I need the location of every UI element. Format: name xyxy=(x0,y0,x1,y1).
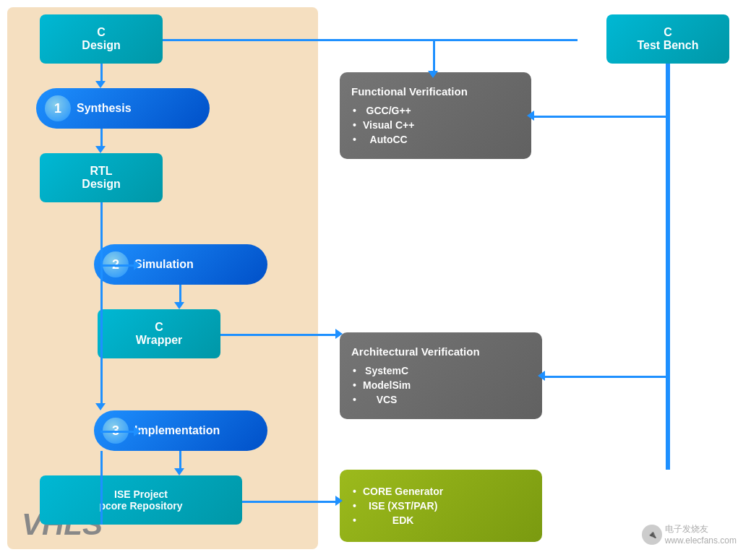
core-generator-box: CORE Generator ISE (XST/PAR) EDK xyxy=(340,470,542,542)
arrowhead-top-fv xyxy=(428,71,438,78)
arrow-top-h xyxy=(163,39,578,41)
arrowhead-impl xyxy=(134,426,141,436)
arrowhead-fv-left xyxy=(527,111,534,121)
ise-project-label: ISE Projectpcore Repository xyxy=(99,488,182,512)
functional-verification-title: Functional Verification xyxy=(351,85,468,98)
watermark-icon: 🔌 xyxy=(642,525,662,545)
implementation-label: Implementation xyxy=(134,424,220,437)
synthesis-label: Synthesis xyxy=(77,102,132,115)
arrow-impl-h xyxy=(100,431,138,433)
arrowhead-simulation-cwrapper xyxy=(174,302,184,309)
simulation-label: Simulation xyxy=(134,258,194,271)
rtl-design-box: RTLDesign xyxy=(40,153,163,202)
func-item-3: AutoCC xyxy=(351,132,414,147)
arrowhead-cwrapper-av xyxy=(335,329,343,339)
architectural-verification-list: SystemC ModelSim VCS xyxy=(351,363,411,407)
watermark-text: 电子发烧友www.elecfans.com xyxy=(665,523,737,546)
arrowhead-left-impl xyxy=(95,403,106,410)
arrowhead-rtl-simulation xyxy=(134,260,141,270)
c-test-bench-box: CTest Bench xyxy=(606,14,729,64)
core-item-3: EDK xyxy=(351,513,443,527)
functional-verification-list: GCC/G++ Visual C++ AutoCC xyxy=(351,103,414,147)
core-item-1: CORE Generator xyxy=(351,484,443,499)
arch-item-1: SystemC xyxy=(351,363,411,378)
arrow-cwrapper-to-av xyxy=(220,334,340,336)
func-item-2: Visual C++ xyxy=(351,118,414,132)
synthesis-box: 1 Synthesis xyxy=(36,88,210,129)
architectural-verification-box: Architectural Verification SystemC Model… xyxy=(340,332,542,419)
arrowhead-synthesis-rtl xyxy=(95,146,106,153)
ise-project-box: ISE Projectpcore Repository xyxy=(40,475,242,525)
arch-item-2: ModelSim xyxy=(351,378,411,392)
c-wrapper-box: CWrapper xyxy=(98,309,220,358)
functional-verification-box: Functional Verification GCC/G++ Visual C… xyxy=(340,72,531,159)
synthesis-step-circle: 1 xyxy=(45,95,71,121)
c-design-label: CDesign xyxy=(82,26,120,52)
watermark: 🔌 电子发烧友www.elecfans.com xyxy=(642,523,737,546)
arrow-rtl-simulation-h xyxy=(100,264,138,267)
rtl-design-label: RTLDesign xyxy=(82,165,120,191)
arrow-left-main-v xyxy=(100,244,103,386)
arch-item-3: VCS xyxy=(351,392,411,407)
arrow-rtl-simulation-v xyxy=(100,202,103,244)
arrow-ise-to-core xyxy=(242,501,340,503)
arrow-top-to-fv xyxy=(433,39,435,74)
arrow-right-main-v xyxy=(668,64,670,470)
arrowhead-cdesign-synthesis xyxy=(95,81,106,88)
core-item-2: ISE (XST/PAR) xyxy=(351,499,443,513)
main-container: VHLS CDesign 1 Synthesis RTLDesign 2 Sim… xyxy=(0,0,751,560)
core-generator-list: CORE Generator ISE (XST/PAR) EDK xyxy=(351,484,443,527)
architectural-verification-title: Architectural Verification xyxy=(351,345,480,358)
c-test-bench-label: CTest Bench xyxy=(637,26,698,52)
func-item-1: GCC/G++ xyxy=(351,103,414,118)
c-wrapper-label: CWrapper xyxy=(136,321,183,347)
arrow-fv-from-right xyxy=(531,116,668,118)
arrow-av-from-right xyxy=(542,376,668,378)
arrowhead-av-left xyxy=(538,371,545,381)
synthesis-step-number: 1 xyxy=(54,101,61,116)
c-design-box: CDesign xyxy=(40,14,163,64)
arrowhead-implementation-ise xyxy=(174,468,184,475)
arrow-left-ise xyxy=(100,451,103,525)
arrowhead-ise-core xyxy=(335,496,343,506)
